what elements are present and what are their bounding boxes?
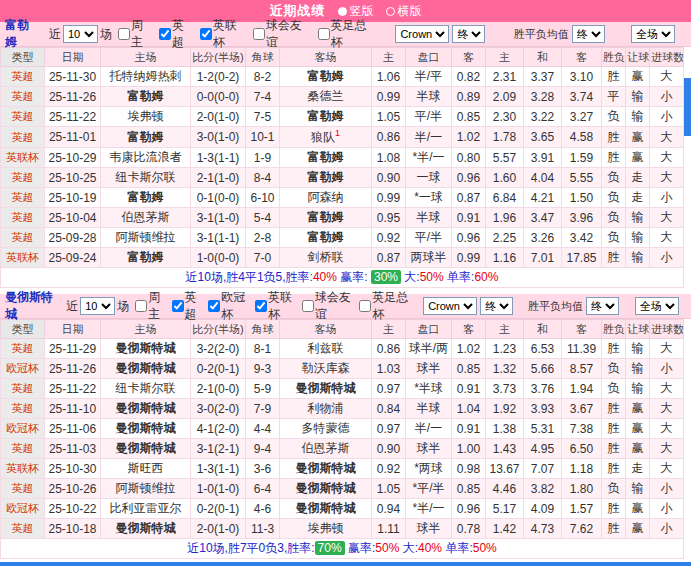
summary-part: 40% <box>418 541 442 555</box>
recent-count-select[interactable]: 10 <box>63 25 98 43</box>
cell-away[interactable]: 伯恩茅斯 <box>280 439 372 459</box>
cell-home[interactable]: 比利亚雷亚尔 <box>101 499 191 519</box>
cell-home[interactable]: 纽卡斯尔联 <box>101 168 191 188</box>
cell-home[interactable]: 托特纳姆热刺 <box>101 67 191 87</box>
filter-checkbox[interactable]: 周主 <box>135 289 167 323</box>
cell-away[interactable]: 曼彻斯特城 <box>280 459 372 479</box>
checkbox[interactable] <box>318 28 330 40</box>
cell-away[interactable]: 富勒姆 <box>280 228 372 248</box>
filter-checkbox[interactable]: 英超 <box>172 289 204 323</box>
cell-away[interactable]: 富勒姆 <box>280 107 372 127</box>
filter-checkbox[interactable]: 英联杯 <box>255 289 298 323</box>
bookmaker-select[interactable]: Crown <box>423 297 477 315</box>
checkbox[interactable] <box>359 300 371 312</box>
scope-select[interactable]: 全场 <box>635 297 679 315</box>
cell-home[interactable]: 阿斯顿维拉 <box>101 479 191 499</box>
avg-time-select[interactable]: 终 <box>586 297 619 315</box>
checkbox[interactable] <box>200 28 212 40</box>
team-name-link[interactable]: 曼彻斯特城 <box>5 289 58 323</box>
checkbox[interactable] <box>302 300 314 312</box>
cell-corners: 11-3 <box>246 519 280 539</box>
cell-home[interactable]: 韦康比流浪者 <box>101 148 191 168</box>
cell-home[interactable]: 曼彻斯特城 <box>101 359 191 379</box>
cell-away[interactable]: 曼彻斯特城 <box>280 499 372 519</box>
filter-checkbox[interactable]: 欧冠杯 <box>208 289 251 323</box>
recent-matches-control: 近 10 场 <box>49 25 112 43</box>
filter-checkbox[interactable]: 英足总杯 <box>318 17 379 51</box>
cell-date: 25-10-29 <box>45 148 101 168</box>
cell-home[interactable]: 埃弗顿 <box>101 107 191 127</box>
summary-part: 赢率: <box>345 541 376 555</box>
checkbox[interactable] <box>172 300 184 312</box>
cell-away[interactable]: 曼彻斯特城 <box>280 379 372 399</box>
filter-checkbox[interactable]: 球会友谊 <box>253 17 314 51</box>
cell-home[interactable]: 富勒姆 <box>101 87 191 107</box>
cell-home[interactable]: 伯恩茅斯 <box>101 208 191 228</box>
checkbox[interactable] <box>118 28 130 40</box>
cell-home[interactable]: 曼彻斯特城 <box>101 399 191 419</box>
cell-home[interactable]: 斯旺西 <box>101 459 191 479</box>
filter-checkbox[interactable]: 周主 <box>118 17 155 51</box>
cell-corners: 5-9 <box>246 379 280 399</box>
cell-away[interactable]: 勒沃库森 <box>280 359 372 379</box>
cell-hcp: *平/半 <box>406 479 452 499</box>
checkbox[interactable] <box>253 28 265 40</box>
cell-away[interactable]: 埃弗顿 <box>280 519 372 539</box>
cell-away[interactable]: 利物浦 <box>280 399 372 419</box>
cell-away[interactable]: 狼队1 <box>280 127 372 148</box>
odds-time-select[interactable]: 终 <box>480 297 513 315</box>
checkbox[interactable] <box>255 300 267 312</box>
cell-home[interactable]: 曼彻斯特城 <box>101 519 191 539</box>
filter-checkbox[interactable]: 英足总杯 <box>359 289 412 323</box>
cell-home[interactable]: 富勒姆 <box>101 127 191 148</box>
cell-home[interactable]: 富勒姆 <box>101 248 191 268</box>
cell-home[interactable]: 纽卡斯尔联 <box>101 379 191 399</box>
cell-away[interactable]: 剑桥联 <box>280 248 372 268</box>
cell-away[interactable]: 阿森纳 <box>280 188 372 208</box>
filter-checkbox[interactable]: 英超 <box>159 17 196 51</box>
cell-away[interactable]: 利兹联 <box>280 339 372 359</box>
cell-away[interactable]: 富勒姆 <box>280 168 372 188</box>
cell-league: 英超 <box>1 107 45 127</box>
cell-home[interactable]: 曼彻斯特城 <box>101 439 191 459</box>
horizontal-scrollbar[interactable] <box>0 562 691 566</box>
cell-corners: 9-3 <box>246 359 280 379</box>
match-row: 英超25-09-28阿斯顿维拉3-1(1-1)2-8富勒姆0.92平/半0.96… <box>1 228 684 248</box>
bookmaker-select[interactable]: Crown <box>395 25 449 43</box>
scope-select[interactable]: 全场 <box>631 25 675 43</box>
team-results-section-1: 富勒姆 近 10 场 周主英超英联杯球会友谊英足总杯 Crown 终 胜平负均值… <box>0 22 691 288</box>
cell-away[interactable]: 多特蒙德 <box>280 419 372 439</box>
cell-league: 欧冠杯 <box>1 359 45 379</box>
team-name-link[interactable]: 富勒姆 <box>5 17 41 51</box>
layout-option-horizontal[interactable]: 横版 <box>386 3 422 20</box>
cell-a1: 5.57 <box>486 148 524 168</box>
cell-date: 25-10-25 <box>45 168 101 188</box>
cell-home[interactable]: 富勒姆 <box>101 188 191 208</box>
checkbox[interactable] <box>135 300 147 312</box>
checkbox[interactable] <box>159 28 171 40</box>
cell-home[interactable]: 曼彻斯特城 <box>101 419 191 439</box>
cell-league: 英超 <box>1 479 45 499</box>
cell-home[interactable]: 阿斯顿维拉 <box>101 228 191 248</box>
cell-away[interactable]: 桑德兰 <box>280 87 372 107</box>
avg-time-select[interactable]: 终 <box>572 25 605 43</box>
cell-date: 25-10-19 <box>45 188 101 208</box>
vertical-scrollbar-thumb[interactable] <box>684 78 691 136</box>
cell-away[interactable]: 富勒姆 <box>280 67 372 87</box>
recent-count-select[interactable]: 10 <box>80 297 115 315</box>
matches-table: 类型日期主场比分(半场)角球客场主盘口客主和客胜负让球进球数 英超25-11-2… <box>0 319 684 559</box>
summary-part: 近10场,胜7平0负3,胜率: <box>187 541 314 555</box>
cell-away[interactable]: 富勒姆 <box>280 208 372 228</box>
filter-checkbox[interactable]: 英联杯 <box>200 17 249 51</box>
cell-home[interactable]: 曼彻斯特城 <box>101 339 191 359</box>
filter-checkbox[interactable]: 球会友谊 <box>302 289 355 323</box>
cell-a2: 4.73 <box>524 519 562 539</box>
cell-score: 1-3(1-1) <box>191 148 246 168</box>
cell-away[interactable]: 富勒姆 <box>280 148 372 168</box>
bookmaker-controls: Crown 终 <box>417 297 520 315</box>
cell-away[interactable]: 曼彻斯特城 <box>280 479 372 499</box>
summary-part: 近10场,胜4平1负5,胜率: <box>186 270 313 284</box>
cell-a2: 3.28 <box>524 87 562 107</box>
odds-time-select[interactable]: 终 <box>452 25 485 43</box>
checkbox[interactable] <box>208 300 220 312</box>
